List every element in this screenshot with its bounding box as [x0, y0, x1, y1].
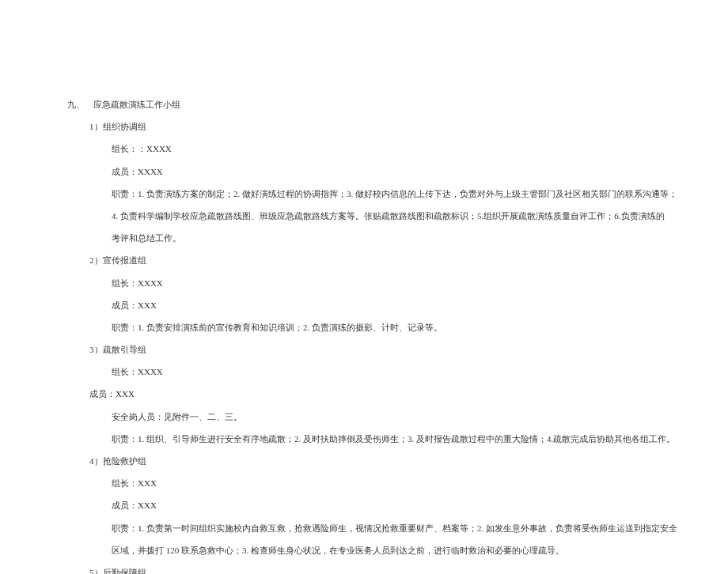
section-title: 九、 应急疏散演练工作小组: [67, 95, 681, 114]
group-1-duty3: 考评和总结工作。: [67, 228, 681, 247]
group-3-leader: 组长：XXXX: [67, 362, 681, 381]
group-2-members: 成员：XXX: [67, 296, 681, 315]
group-3-name: 3）疏散引导组: [67, 340, 681, 359]
group-4-leader: 组长：XXX: [67, 474, 681, 493]
group-1-duty1: 职责：1. 负责演练方案的制定；2. 做好演练过程的协调指挥；3. 做好校内信息…: [67, 184, 681, 203]
group-3-safety: 安全岗人员：见附件一、二、三。: [67, 407, 681, 426]
group-2-leader: 组长：XXXX: [67, 274, 681, 293]
group-3-members: 成员：XXX: [67, 384, 681, 403]
group-2-name: 2）宣传报道组: [67, 251, 681, 270]
group-1-name: 1）组织协调组: [67, 117, 681, 136]
group-4-duty2: 区域，并拨打 120 联系急救中心；3. 检查师生身心状况，在专业医务人员到达之…: [67, 541, 681, 560]
group-5-name: 5）后勤保障组: [67, 563, 681, 574]
group-4-members: 成员：XXX: [67, 496, 681, 515]
group-1-leader: 组长：：XXXX: [67, 139, 681, 158]
group-1-duty2: 4. 负责科学编制学校应急疏散路线图、班级应急疏散路线方案等。张贴疏散路线图和疏…: [67, 206, 681, 225]
group-3-duty1: 职责：1. 组织、引导师生进行安全有序地疏散；2. 及时扶助摔倒及受伤师生；3.…: [67, 429, 681, 448]
group-2-duty1: 职责：1. 负责安排演练前的宣传教育和知识培训；2. 负责演练的摄影、计时、记录…: [67, 318, 681, 337]
group-4-name: 4）抢险救护组: [67, 451, 681, 470]
group-1-members: 成员：XXXX: [67, 162, 681, 181]
group-4-duty1: 职责：1. 负责第一时间组织实施校内自救互救，抢救遇险师生，视情况抢救重要财产、…: [67, 519, 681, 538]
